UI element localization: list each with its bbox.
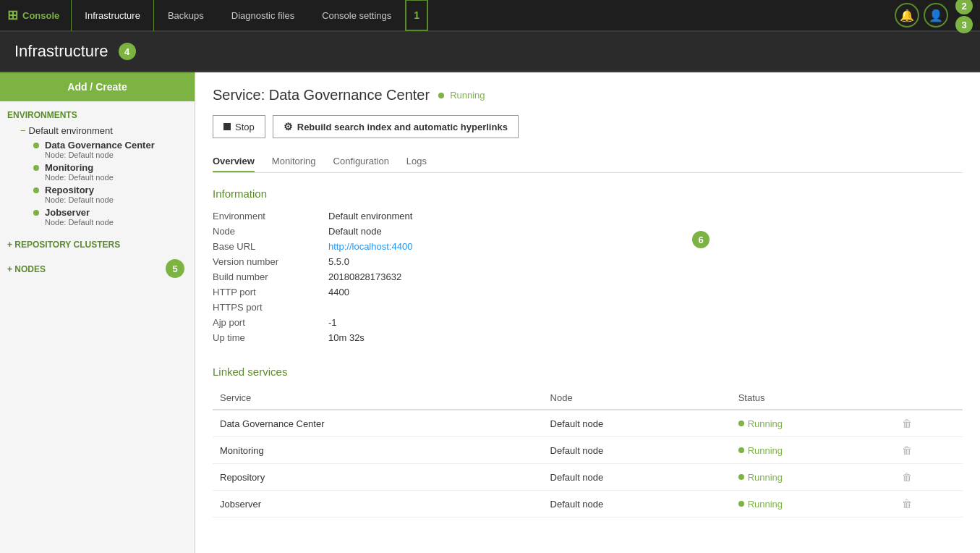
service-cell: Jobserver (213, 491, 543, 518)
annot-2: 2 (955, 0, 973, 14)
stop-square-icon (223, 123, 231, 130)
item-name-dgc: Data Governance Center (45, 140, 155, 151)
environments-label[interactable]: ENVIRONMENTS (7, 107, 187, 123)
notifications-button[interactable]: 🔔 (895, 3, 919, 28)
stop-button[interactable]: Stop (213, 115, 265, 138)
user-profile-button[interactable]: 👤 (924, 3, 948, 28)
info-row-node: Node Default node (213, 224, 963, 239)
delete-cell: 🗑 (895, 410, 963, 437)
default-environment-item[interactable]: Default environment (13, 123, 187, 138)
environment-children: Data Governance Center Node: Default nod… (13, 138, 187, 228)
bell-icon: 🔔 (900, 9, 914, 22)
status-dot (33, 165, 39, 171)
node-cell: Default node (543, 491, 731, 518)
col-header-service: Service (213, 387, 543, 410)
info-table: Environment Default environment Node Def… (213, 208, 963, 345)
default-environment: Default environment Data Governance Cent… (7, 123, 187, 228)
repository-clusters-label[interactable]: REPOSITORY CLUSTERS (7, 237, 187, 253)
info-value-http: 4400 (328, 287, 349, 297)
item-name-monitoring: Monitoring (45, 162, 114, 173)
delete-cell: 🗑 (895, 464, 963, 491)
sidebar: Add / Create ENVIRONMENTS Default enviro… (0, 72, 195, 553)
info-row-ajp: Ajp port -1 (213, 315, 963, 330)
status-badge: Running (438, 90, 485, 101)
base-url-link[interactable]: http://localhost:4400 (328, 241, 412, 252)
service-cell: Monitoring (213, 437, 543, 464)
info-row-http: HTTP port 4400 (213, 284, 963, 300)
info-label-uptime: Up time (213, 332, 328, 343)
delete-icon[interactable]: 🗑 (902, 498, 912, 510)
info-row-uptime: Up time 10m 32s (213, 330, 963, 345)
rebuild-button[interactable]: ⚙ Rebuild search index and automatic hyp… (273, 115, 519, 138)
tab-logs[interactable]: Logs (406, 151, 427, 172)
app-logo[interactable]: ⊞ Console (7, 7, 59, 23)
default-environment-label: Default environment (29, 125, 113, 136)
info-row-version: Version number 5.5.0 (213, 254, 963, 269)
info-value-env: Default environment (328, 211, 412, 221)
add-create-button[interactable]: Add / Create (0, 72, 195, 101)
nav-right: 🔔 👤 2 3 (895, 0, 973, 33)
info-section: Information Environment Default environm… (213, 187, 963, 345)
tab-configuration[interactable]: Configuration (333, 151, 389, 172)
item-name-jobserver: Jobserver (45, 207, 114, 218)
page-header: Infrastructure 4 (0, 32, 980, 72)
item-name-repository: Repository (45, 185, 114, 195)
item-node-dgc: Node: Default node (45, 151, 155, 159)
col-header-status: Status (731, 387, 895, 410)
annot-5: 5 (166, 259, 184, 278)
service-cell: Repository (213, 464, 543, 491)
info-row-environment: Environment Default environment (213, 208, 963, 224)
table-row: Jobserver Default node Running 🗑 (213, 491, 963, 518)
list-item[interactable]: Jobserver Node: Default node (23, 206, 187, 228)
info-row-https: HTTPS port (213, 300, 963, 315)
info-label-ajp: Ajp port (213, 317, 328, 328)
logo-icon: ⊞ (7, 7, 18, 23)
tab-backups[interactable]: Backups (154, 0, 218, 31)
info-label-http: HTTP port (213, 287, 328, 297)
delete-cell: 🗑 (895, 437, 963, 464)
status-dot (33, 187, 39, 193)
node-cell: Default node (543, 464, 731, 491)
table-row: Monitoring Default node Running 🗑 (213, 437, 963, 464)
annot-1: 1 (405, 0, 428, 31)
item-node-monitoring: Node: Default node (45, 173, 114, 182)
page-title: Infrastructure (14, 42, 108, 61)
info-label-node: Node (213, 226, 328, 237)
info-value-baseurl: http://localhost:4400 (328, 241, 412, 252)
delete-icon[interactable]: 🗑 (902, 471, 912, 483)
annot-3: 3 (955, 16, 973, 33)
info-section-title: Information (213, 187, 963, 200)
annot-6: 6 (692, 231, 710, 248)
info-label-baseurl: Base URL (213, 241, 328, 252)
status-dot (738, 474, 744, 480)
tab-overview[interactable]: Overview (213, 151, 255, 172)
list-item[interactable]: Data Governance Center Node: Default nod… (23, 138, 187, 161)
tab-infrastructure[interactable]: Infrastructure (71, 0, 154, 31)
tab-monitoring[interactable]: Monitoring (272, 151, 316, 172)
logo-text: Console (22, 10, 59, 21)
annot-6-container: 6 (692, 231, 710, 248)
nav-tabs: Infrastructure Backups Diagnostic files … (71, 0, 895, 31)
service-title: Service: Data Governance Center (213, 87, 430, 104)
rebuild-icon: ⚙ (284, 121, 293, 132)
delete-cell: 🗑 (895, 491, 963, 518)
list-item[interactable]: Monitoring Node: Default node (23, 161, 187, 183)
list-item[interactable]: Repository Node: Default node (23, 183, 187, 206)
nodes-label[interactable]: NODES (7, 261, 187, 277)
info-value-node: Default node (328, 226, 382, 237)
table-row: Repository Default node Running 🗑 (213, 464, 963, 491)
delete-icon[interactable]: 🗑 (902, 444, 912, 456)
info-label-https: HTTPS port (213, 302, 328, 313)
tab-diagnostic-files[interactable]: Diagnostic files (218, 0, 308, 31)
info-value-uptime: 10m 32s (328, 332, 365, 343)
action-buttons: Stop ⚙ Rebuild search index and automati… (213, 115, 963, 138)
item-node-jobserver: Node: Default node (45, 218, 114, 227)
repository-clusters-section: REPOSITORY CLUSTERS (0, 231, 195, 256)
info-label-version: Version number (213, 256, 328, 267)
linked-services-title: Linked services (213, 366, 963, 378)
item-node-repository: Node: Default node (45, 195, 114, 204)
info-label-build: Build number (213, 271, 328, 282)
delete-icon[interactable]: 🗑 (902, 418, 912, 429)
main-content: Add / Create ENVIRONMENTS Default enviro… (0, 72, 980, 553)
tab-console-settings[interactable]: Console settings (308, 0, 405, 31)
